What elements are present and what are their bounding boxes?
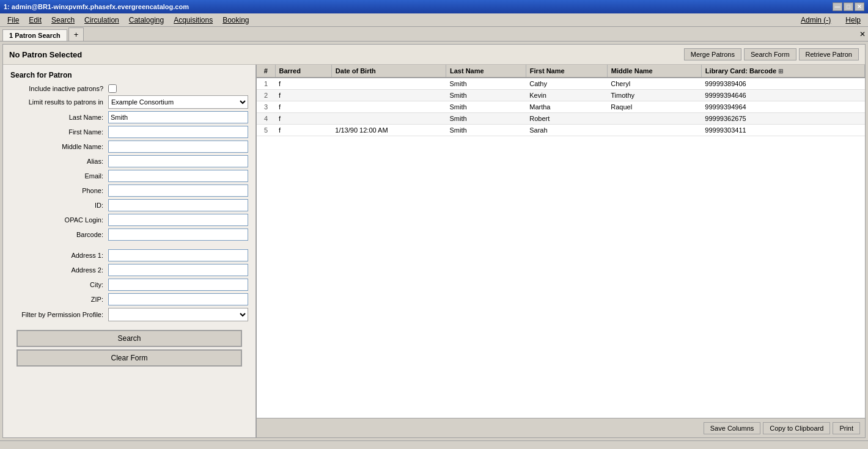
title-bar-controls: — □ ✕ <box>833 2 864 11</box>
barcode-label: Barcode: <box>10 231 108 238</box>
close-button[interactable]: ✕ <box>855 2 864 11</box>
phone-row: Phone: <box>10 184 248 197</box>
title-bar-text: 1: admin@BR1-winxpvmfx.phasefx.evergreen… <box>4 3 833 10</box>
col-num: # <box>257 65 275 78</box>
maximize-button[interactable]: □ <box>844 2 853 11</box>
city-row: City: <box>10 279 248 291</box>
last-name-label: Last Name: <box>10 114 108 121</box>
menu-cataloging[interactable]: Cataloging <box>124 15 169 26</box>
opac-login-input[interactable] <box>108 214 248 226</box>
last-name-row: Last Name: <box>10 111 248 123</box>
cell-middlename: Raquel <box>607 101 701 113</box>
table-row[interactable]: 1 f Smith Cathy Cheryl 99999389406 <box>257 78 865 90</box>
menu-file[interactable]: File <box>2 15 24 26</box>
cell-barcode: 99999389406 <box>701 78 864 90</box>
id-input[interactable] <box>108 199 248 211</box>
limit-results-select[interactable]: Example Consortium <box>108 95 248 109</box>
col-barred[interactable]: Barred <box>275 65 331 78</box>
tab-close-button[interactable]: ✕ <box>859 30 866 38</box>
col-firstname[interactable]: First Name <box>526 65 607 78</box>
results-tbody: 1 f Smith Cathy Cheryl 99999389406 2 f S… <box>257 78 865 136</box>
barcode-input[interactable] <box>108 228 248 241</box>
menu-circulation[interactable]: Circulation <box>79 15 124 26</box>
cell-num: 2 <box>257 90 275 101</box>
col-middlename[interactable]: Middle Name <box>607 65 701 78</box>
table-row[interactable]: 2 f Smith Kevin Timothy 99999394646 <box>257 90 865 101</box>
search-form-button[interactable]: Search Form <box>744 48 796 60</box>
title-bar: 1: admin@BR1-winxpvmfx.phasefx.evergreen… <box>0 0 868 13</box>
retrieve-patron-button[interactable]: Retrieve Patron <box>799 48 859 60</box>
address1-input[interactable] <box>108 249 248 261</box>
address2-input[interactable] <box>108 264 248 276</box>
middle-name-input[interactable] <box>108 141 248 153</box>
col-dob[interactable]: Date of Birth <box>331 65 446 78</box>
last-name-input[interactable] <box>108 111 248 123</box>
cell-dob <box>331 90 446 101</box>
opac-login-row: OPAC Login: <box>10 214 248 226</box>
cell-num: 1 <box>257 78 275 90</box>
cell-barcode: 99999394646 <box>701 90 864 101</box>
first-name-input[interactable] <box>108 126 248 138</box>
cell-firstname: Cathy <box>526 78 607 90</box>
cell-dob <box>331 78 446 90</box>
permission-profile-label: Filter by Permission Profile: <box>10 311 108 318</box>
cell-barcode: 99999362675 <box>701 113 864 125</box>
copy-to-clipboard-button[interactable]: Copy to Clipboard <box>763 422 830 434</box>
col-barcode[interactable]: Library Card: Barcode ⊞ <box>701 65 864 78</box>
menu-help[interactable]: Help <box>840 15 866 26</box>
clear-form-button[interactable]: Clear Form <box>17 349 242 367</box>
table-row[interactable]: 4 f Smith Robert 99999362675 <box>257 113 865 125</box>
col-lastname[interactable]: Last Name <box>446 65 526 78</box>
permission-profile-select[interactable] <box>108 308 248 321</box>
id-row: ID: <box>10 199 248 211</box>
menu-acquisitions[interactable]: Acquisitions <box>169 15 218 26</box>
middle-name-label: Middle Name: <box>10 143 108 150</box>
search-button[interactable]: Search <box>17 330 242 347</box>
barcode-row: Barcode: <box>10 228 248 241</box>
address2-row: Address 2: <box>10 264 248 276</box>
results-footer: Save Columns Copy to Clipboard Print <box>257 418 865 437</box>
alias-input[interactable] <box>108 155 248 167</box>
menu-search[interactable]: Search <box>46 15 79 26</box>
phone-input[interactable] <box>108 184 248 197</box>
cell-firstname: Robert <box>526 113 607 125</box>
alias-row: Alias: <box>10 155 248 167</box>
permission-profile-row: Filter by Permission Profile: <box>10 308 248 321</box>
header-row: No Patron Selected Merge Patrons Search … <box>3 45 865 65</box>
results-panel: # Barred Date of Birth Last Name First N… <box>257 65 865 437</box>
minimize-button[interactable]: — <box>833 2 842 11</box>
cell-middlename <box>607 125 701 136</box>
table-row[interactable]: 5 f 1/13/90 12:00 AM Smith Sarah 9999930… <box>257 125 865 136</box>
cell-num: 3 <box>257 101 275 113</box>
status-bar <box>0 440 868 449</box>
cell-dob <box>331 113 446 125</box>
first-name-row: First Name: <box>10 126 248 138</box>
opac-login-label: OPAC Login: <box>10 216 108 224</box>
search-form-title: Search for Patron <box>10 71 248 79</box>
cell-lastname: Smith <box>446 125 526 136</box>
table-row[interactable]: 3 f Smith Martha Raquel 99999394964 <box>257 101 865 113</box>
print-button[interactable]: Print <box>833 422 860 434</box>
tab-add-button[interactable]: + <box>68 27 84 41</box>
menu-right: Admin (-) Help <box>796 15 866 26</box>
cell-num: 5 <box>257 125 275 136</box>
cell-firstname: Kevin <box>526 90 607 101</box>
menu-booking[interactable]: Booking <box>218 15 254 26</box>
results-table-wrap: # Barred Date of Birth Last Name First N… <box>257 65 865 418</box>
save-columns-button[interactable]: Save Columns <box>704 422 761 434</box>
menu-admin[interactable]: Admin (-) <box>796 15 836 26</box>
merge-patrons-button[interactable]: Merge Patrons <box>684 48 741 60</box>
cell-barred: f <box>275 78 331 90</box>
tab-patron-search[interactable]: 1 Patron Search <box>2 29 67 41</box>
body-split: Search for Patron Include inactive patro… <box>3 65 865 437</box>
city-input[interactable] <box>108 279 248 291</box>
cell-middlename: Cheryl <box>607 78 701 90</box>
email-input[interactable] <box>108 170 248 182</box>
menu-edit[interactable]: Edit <box>24 15 46 26</box>
include-inactive-checkbox[interactable] <box>108 84 117 93</box>
zip-label: ZIP: <box>10 296 108 303</box>
id-label: ID: <box>10 202 108 209</box>
cell-dob <box>331 101 446 113</box>
zip-input[interactable] <box>108 293 248 305</box>
phone-label: Phone: <box>10 187 108 194</box>
